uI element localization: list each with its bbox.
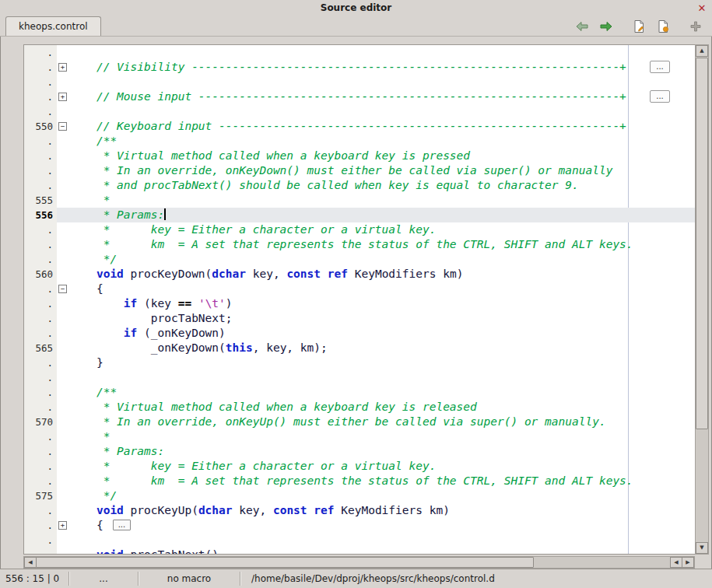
line-number[interactable]: .: [24, 385, 57, 400]
horizontal-scrollbar-thumb[interactable]: [36, 557, 534, 568]
code-line[interactable]: . * Virtual method called when a keyboar…: [24, 400, 695, 415]
line-number[interactable]: .: [24, 503, 57, 518]
fold-collapse-icon[interactable]: −: [58, 122, 67, 131]
code-line[interactable]: . * km = A set that represents the statu…: [24, 474, 695, 488]
scroll-down-button[interactable]: ▼: [696, 542, 708, 554]
line-number[interactable]: .: [24, 178, 57, 193]
code-line[interactable]: .: [24, 104, 695, 119]
folded-code-indicator[interactable]: ...: [650, 61, 670, 73]
code-line[interactable]: 560 void procKeyDown(dchar key, const re…: [24, 267, 695, 282]
code-line[interactable]: . /**: [24, 385, 695, 400]
nav-forward-button[interactable]: [598, 18, 615, 35]
code-line[interactable]: . }: [24, 355, 695, 370]
code-line[interactable]: . * and procTabNext() should be called w…: [24, 178, 695, 193]
code-line[interactable]: 556 * Params:: [24, 208, 695, 222]
code-line[interactable]: .+ {...: [24, 518, 695, 533]
code-line[interactable]: . * key = Either a character or a virtua…: [24, 222, 695, 237]
fold-expand-icon[interactable]: +: [58, 521, 67, 530]
line-number[interactable]: .: [24, 75, 57, 89]
code-line[interactable]: . /**: [24, 134, 695, 149]
line-number[interactable]: 555: [24, 193, 57, 208]
line-number[interactable]: .: [24, 45, 57, 60]
line-number[interactable]: .: [24, 252, 57, 267]
line-number[interactable]: 556: [24, 208, 57, 222]
code-line[interactable]: . procTabNext;: [24, 311, 695, 326]
line-number[interactable]: .: [24, 474, 57, 488]
line-number[interactable]: 560: [24, 267, 57, 282]
code-line[interactable]: . * Params:: [24, 444, 695, 459]
vertical-scrollbar-thumb[interactable]: [696, 58, 708, 429]
line-number[interactable]: .: [24, 518, 57, 533]
vertical-scrollbar[interactable]: ▲ ▼: [695, 44, 709, 555]
code-line[interactable]: 575 */: [24, 488, 695, 503]
line-number[interactable]: .: [24, 282, 57, 296]
line-number[interactable]: .: [24, 429, 57, 444]
code-line[interactable]: .+ // Mouse input ----------------------…: [24, 89, 695, 104]
line-number[interactable]: .: [24, 400, 57, 415]
nav-back-button[interactable]: [573, 18, 591, 35]
line-number[interactable]: .: [24, 296, 57, 311]
detach-button[interactable]: [687, 18, 704, 35]
code-line[interactable]: .: [24, 533, 695, 548]
line-number[interactable]: .: [24, 149, 57, 163]
code-line[interactable]: 565 _onKeyDown(this, key, km);: [24, 341, 695, 355]
code-line[interactable]: 550− // Keyboard input -----------------…: [24, 119, 695, 134]
code-line[interactable]: 570 * In an override, onKeyUp() must eit…: [24, 415, 695, 429]
code-line[interactable]: 555 *: [24, 193, 695, 208]
line-number[interactable]: .: [24, 222, 57, 237]
line-number[interactable]: 575: [24, 488, 57, 503]
caret-position: 556 : 15 | 0: [0, 573, 68, 584]
code-line[interactable]: .− {: [24, 282, 695, 296]
code-line[interactable]: .+ // Visibility -----------------------…: [24, 60, 695, 75]
folded-code-indicator[interactable]: ...: [650, 90, 670, 103]
horizontal-scrollbar[interactable]: ◀ ◀ ▶: [23, 556, 695, 569]
line-number[interactable]: .: [24, 163, 57, 178]
tab-kheops-control[interactable]: kheops.control: [5, 16, 101, 36]
line-number[interactable]: 550: [24, 119, 57, 134]
fold-expand-icon[interactable]: +: [58, 63, 67, 72]
code-line[interactable]: .: [24, 75, 695, 89]
code-editor[interactable]: ..+ // Visibility ----------------------…: [23, 44, 695, 555]
line-number[interactable]: .: [24, 134, 57, 149]
close-button[interactable]: ✕: [695, 0, 709, 16]
line-number[interactable]: .: [24, 444, 57, 459]
code-line[interactable]: . *: [24, 429, 695, 444]
line-number[interactable]: .: [24, 104, 57, 119]
code-line[interactable]: . */: [24, 252, 695, 267]
code-line[interactable]: . * km = A set that represents the statu…: [24, 237, 695, 252]
code-line[interactable]: . if (key == '\t'): [24, 296, 695, 311]
arrow-left-icon: [574, 19, 590, 33]
line-number[interactable]: .: [24, 370, 57, 385]
fold-collapse-icon[interactable]: −: [58, 285, 67, 293]
line-number[interactable]: .: [24, 533, 57, 548]
scroll-left-button[interactable]: ◀: [24, 557, 37, 568]
code-line[interactable]: . * key = Either a character or a virtua…: [24, 459, 695, 474]
line-number[interactable]: .: [24, 459, 57, 474]
scroll-up-button[interactable]: ▲: [696, 45, 708, 57]
line-number[interactable]: .: [24, 355, 57, 370]
code-line[interactable]: . * In an override, onKeyDown() must eit…: [24, 163, 695, 178]
code-line[interactable]: .: [24, 45, 695, 60]
save-as-button[interactable]: [630, 18, 647, 35]
fold-expand-icon[interactable]: +: [58, 93, 67, 101]
line-number[interactable]: .: [24, 60, 57, 75]
line-number[interactable]: 570: [24, 415, 57, 429]
folded-code-indicator[interactable]: ...: [113, 520, 132, 530]
line-number[interactable]: .: [24, 311, 57, 326]
code-line[interactable]: . void procKeyUp(dchar key, const ref Ke…: [24, 503, 695, 518]
line-number[interactable]: .: [24, 548, 57, 555]
scroll-right-button[interactable]: ▶: [682, 557, 694, 568]
line-number[interactable]: 565: [24, 341, 57, 355]
scroll-left-button-secondary[interactable]: ◀: [670, 557, 682, 568]
code-line[interactable]: .: [24, 370, 695, 385]
code-text: _onKeyDown(this, key, km);: [69, 341, 695, 355]
code-line[interactable]: . * Virtual method called when a keyboar…: [24, 149, 695, 163]
code-line[interactable]: . void procTabNext(): [24, 548, 695, 555]
line-number[interactable]: .: [24, 326, 57, 341]
save-button[interactable]: [654, 18, 672, 35]
titlebar[interactable]: Source editor ✕: [0, 0, 712, 16]
line-number[interactable]: .: [24, 89, 57, 104]
fold-margin: [57, 533, 69, 548]
line-number[interactable]: .: [24, 237, 57, 252]
code-line[interactable]: . if (_onKeyDown): [24, 326, 695, 341]
